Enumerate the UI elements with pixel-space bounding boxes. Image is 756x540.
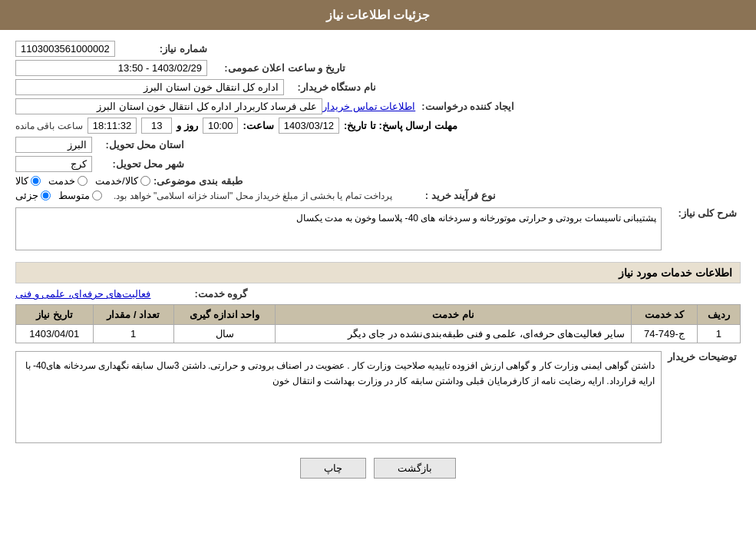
col-service-name: نام خدمت xyxy=(276,305,632,325)
services-table-header-row: ردیف کد خدمت نام خدمت واحد اندازه گیری ت… xyxy=(16,305,741,325)
announce-label: تاریخ و ساعت اعلان عمومی: xyxy=(207,62,345,74)
send-date-value: 1403/03/12 xyxy=(279,118,339,134)
category-radio-khidmat[interactable]: خدمت xyxy=(48,175,87,187)
purchase-type-label: نوع فرآیند خرید : xyxy=(404,190,496,201)
print-button[interactable]: چاپ xyxy=(300,458,366,479)
need-desc-row: شرح کلی نیاز: پشتیبانی تاسیسات برودتی و … xyxy=(15,204,741,256)
need-number-row: شماره نیاز: 1103003561000002 xyxy=(15,41,741,57)
purchase-type-text: پرداخت تمام یا بخشی از مبلغ خریداز محل "… xyxy=(114,190,392,201)
city-value: کرج xyxy=(15,156,92,172)
service-group-label: گروه خدمت: xyxy=(155,288,247,300)
creator-label: ایجاد کننده درخواست: xyxy=(421,101,514,112)
services-table: ردیف کد خدمت نام خدمت واحد اندازه گیری ت… xyxy=(15,304,741,343)
send-date-label: مهلت ارسال پاسخ: تا تاریخ: xyxy=(344,120,457,131)
radio-kala-label: کالا xyxy=(15,175,28,187)
page-header: جزئیات اطلاعات نیاز xyxy=(0,0,756,30)
buyer-desc-container: داشتن گواهی ایمنی وزارت کار و گواهی ارزش… xyxy=(15,348,662,449)
radio-kala-khidmat-label: کالا/خدمت xyxy=(95,175,138,187)
creator-row: ایجاد کننده درخواست: اطلاعات تماس خریدار… xyxy=(15,98,741,114)
buyer-org-label: نام دستگاه خریدار: xyxy=(284,81,376,93)
page-title: جزئیات اطلاعات نیاز xyxy=(326,8,431,22)
province-label: استان محل تحویل: xyxy=(92,139,184,151)
col-unit: واحد اندازه گیری xyxy=(173,305,276,325)
category-row: طبقه بندی موضوعی: کالا/خدمت خدمت کالا xyxy=(15,175,741,187)
purchase-type-row: نوع فرآیند خرید : پرداخت تمام یا بخشی از… xyxy=(15,190,741,201)
city-row: شهر محل تحویل: کرج xyxy=(15,156,741,172)
creator-link[interactable]: اطلاعات تماس خریدار xyxy=(322,101,415,112)
category-label: طبقه بندی موضوعی: xyxy=(150,175,243,187)
cell-service-name: سایر فعالیت‌های حرفه‌ای، علمی و فنی طبقه… xyxy=(276,325,632,343)
province-value: البرز xyxy=(15,137,92,153)
need-desc-container: پشتیبانی تاسیسات برودتی و حرارتی موتورخا… xyxy=(15,204,662,256)
col-service-code: کد خدمت xyxy=(632,305,698,325)
buyer-org-value: اداره کل انتقال خون استان البرز xyxy=(15,79,284,95)
city-label: شهر محل تحویل: xyxy=(92,158,184,170)
announce-row: تاریخ و ساعت اعلان عمومی: 1403/02/29 - 1… xyxy=(15,60,741,76)
purchase-radio-medium[interactable]: متوسط xyxy=(58,190,102,201)
category-radio-kala[interactable]: کالا xyxy=(15,175,41,187)
service-group-row: گروه خدمت: فعالیت‌های حرفه‌ای، علمی و فن… xyxy=(15,288,741,300)
buyer-desc-textarea[interactable]: داشتن گواهی ایمنی وزارت کار و گواهی ارزش… xyxy=(15,351,662,443)
need-desc-textarea[interactable]: پشتیبانی تاسیسات برودتی و حرارتی موتورخا… xyxy=(15,207,662,250)
radio-khidmat[interactable] xyxy=(78,176,87,186)
send-date-row: مهلت ارسال پاسخ: تا تاریخ: 1403/03/12 سا… xyxy=(15,118,741,134)
table-row: 1 ج-749-74 سایر فعالیت‌های حرفه‌ای، علمی… xyxy=(16,325,741,343)
radio-kala-khidmat[interactable] xyxy=(140,176,150,186)
purchase-radio-group: متوسط جزئی xyxy=(15,190,102,201)
radio-medium-label: متوسط xyxy=(58,190,90,201)
send-remaining-value: 18:11:32 xyxy=(87,118,137,134)
send-day-value: 13 xyxy=(141,118,172,134)
content-area: شماره نیاز: 1103003561000002 تاریخ و ساع… xyxy=(0,30,756,495)
buttons-row: بازگشت چاپ xyxy=(15,458,741,479)
radio-kala[interactable] xyxy=(31,176,41,186)
col-quantity: تعداد / مقدار xyxy=(93,305,173,325)
need-number-value: 1103003561000002 xyxy=(15,41,115,57)
cell-row-num: 1 xyxy=(697,325,740,343)
buyer-desc-label: توضیحات خریدار xyxy=(668,351,737,363)
category-radio-group: کالا/خدمت خدمت کالا xyxy=(15,175,150,187)
send-time-value: 10:00 xyxy=(203,118,239,134)
cell-service-code: ج-749-74 xyxy=(632,325,698,343)
services-section-title: اطلاعات خدمات مورد نیاز xyxy=(15,262,741,283)
services-table-body: 1 ج-749-74 سایر فعالیت‌های حرفه‌ای، علمی… xyxy=(16,325,741,343)
send-remaining-label: ساعت باقی مانده xyxy=(15,121,83,131)
category-radio-kala-khidmat[interactable]: کالا/خدمت xyxy=(95,175,150,187)
announce-value: 1403/02/29 - 13:50 xyxy=(15,60,207,76)
radio-khidmat-label: خدمت xyxy=(48,175,75,187)
col-date: تاریخ نیاز xyxy=(16,305,94,325)
creator-value: علی فرساد کاربردار اداره کل انتقال خون ا… xyxy=(15,98,322,114)
cell-quantity: 1 xyxy=(93,325,173,343)
province-row: استان محل تحویل: البرز xyxy=(15,137,741,153)
radio-partial[interactable] xyxy=(41,190,51,200)
send-day-label: روز و xyxy=(177,120,198,131)
purchase-radio-partial[interactable]: جزئی xyxy=(15,190,51,201)
send-time-label: ساعت: xyxy=(243,120,273,131)
radio-partial-label: جزئی xyxy=(15,190,38,201)
page-wrapper: جزئیات اطلاعات نیاز شماره نیاز: 11030035… xyxy=(0,0,756,540)
buyer-desc-row: توضیحات خریدار داشتن گواهی ایمنی وزارت ک… xyxy=(15,348,741,449)
buyer-org-row: نام دستگاه خریدار: اداره کل انتقال خون ا… xyxy=(15,79,741,95)
col-row-num: ردیف xyxy=(697,305,740,325)
cell-date: 1403/04/01 xyxy=(16,325,94,343)
radio-medium[interactable] xyxy=(92,190,102,200)
back-button[interactable]: بازگشت xyxy=(374,458,456,479)
service-group-value[interactable]: فعالیت‌های حرفه‌ای، علمی و فنی xyxy=(15,288,150,300)
need-number-label: شماره نیاز: xyxy=(115,43,207,55)
need-desc-label: شرح کلی نیاز: xyxy=(668,207,737,219)
services-table-head: ردیف کد خدمت نام خدمت واحد اندازه گیری ت… xyxy=(16,305,741,325)
cell-unit: سال xyxy=(173,325,276,343)
